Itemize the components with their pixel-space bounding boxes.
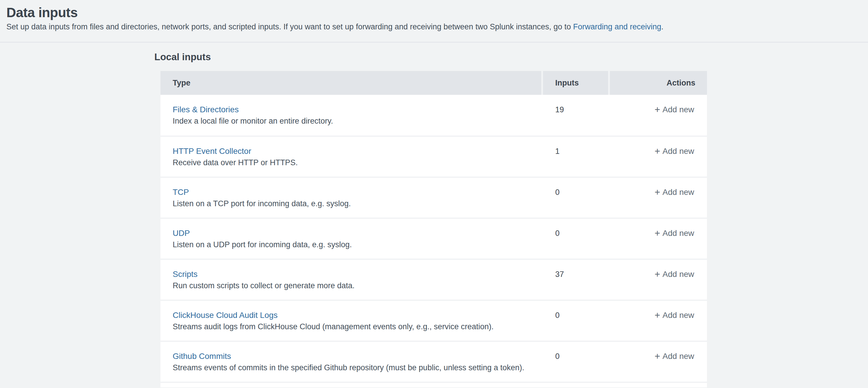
inputs-count: 0 xyxy=(543,300,610,341)
inputs-count: 1 xyxy=(543,137,610,177)
add-new-button[interactable]: +Add new xyxy=(655,146,694,156)
main-content: Local inputs Type Inputs Actions Files &… xyxy=(0,42,868,387)
column-header-actions: Actions xyxy=(610,71,707,95)
input-type-link[interactable]: ClickHouse Cloud Audit Logs xyxy=(173,310,278,320)
column-header-inputs: Inputs xyxy=(543,71,608,95)
add-new-label: Add new xyxy=(662,147,694,156)
table-body: Files & Directories Index a local file o… xyxy=(160,95,707,382)
inputs-count: 0 xyxy=(543,177,610,218)
actions-cell: +Add new xyxy=(610,177,707,218)
actions-cell: +Add new xyxy=(610,137,707,177)
plus-icon: + xyxy=(655,310,660,321)
type-cell: Files & Directories Index a local file o… xyxy=(160,95,543,136)
section-heading-local-inputs: Local inputs xyxy=(154,51,868,63)
input-type-link[interactable]: TCP xyxy=(173,187,189,197)
type-cell: HTTP Event Collector Receive data over H… xyxy=(160,137,543,177)
page-subtitle-text: Set up data inputs from files and direct… xyxy=(6,22,573,31)
add-new-label: Add new xyxy=(662,105,694,114)
type-cell: Github Commits Streams events of commits… xyxy=(160,341,543,382)
add-new-label: Add new xyxy=(662,352,694,361)
input-type-description: Index a local file or monitor an entire … xyxy=(173,116,543,126)
plus-icon: + xyxy=(655,187,660,198)
input-type-link[interactable]: UDP xyxy=(173,228,190,238)
table-row: TCP Listen on a TCP port for incoming da… xyxy=(160,177,707,218)
page-subtitle-period: . xyxy=(661,22,664,31)
add-new-label: Add new xyxy=(662,270,694,279)
type-cell: TCP Listen on a TCP port for incoming da… xyxy=(160,177,543,218)
table-row: Files & Directories Index a local file o… xyxy=(160,95,707,136)
input-type-description: Run custom scripts to collect or generat… xyxy=(173,281,543,290)
add-new-button[interactable]: +Add new xyxy=(655,310,694,320)
add-new-button[interactable]: +Add new xyxy=(655,228,694,238)
add-new-button[interactable]: +Add new xyxy=(655,351,694,361)
actions-cell: +Add new xyxy=(610,341,707,382)
input-type-description: Receive data over HTTP or HTTPS. xyxy=(173,158,543,167)
input-type-description: Listen on a UDP port for incoming data, … xyxy=(173,240,543,249)
input-type-description: Listen on a TCP port for incoming data, … xyxy=(173,199,543,208)
forwarding-and-receiving-link[interactable]: Forwarding and receiving xyxy=(573,22,661,31)
add-new-button[interactable]: +Add new xyxy=(655,104,694,115)
page-title: Data inputs xyxy=(6,5,861,20)
plus-icon: + xyxy=(655,269,660,279)
plus-icon: + xyxy=(655,351,660,361)
table-row: ClickHouse Cloud Audit Logs Streams audi… xyxy=(160,300,707,341)
input-type-link[interactable]: Github Commits xyxy=(173,351,231,361)
actions-cell: +Add new xyxy=(610,218,707,259)
page-header: Data inputs Set up data inputs from file… xyxy=(0,0,868,42)
inputs-count: 37 xyxy=(543,260,610,300)
table-row: HTTP Event Collector Receive data over H… xyxy=(160,136,707,177)
column-header-type: Type xyxy=(160,71,541,95)
table-row: Github Commits Streams events of commits… xyxy=(160,341,707,382)
type-cell: ClickHouse Cloud Audit Logs Streams audi… xyxy=(160,300,543,341)
actions-cell: +Add new xyxy=(610,300,707,341)
type-cell: UDP Listen on a UDP port for incoming da… xyxy=(160,218,543,259)
plus-icon: + xyxy=(655,104,660,115)
inputs-count: 19 xyxy=(543,95,610,136)
add-new-button[interactable]: +Add new xyxy=(655,187,694,197)
local-inputs-table: Type Inputs Actions Files & Directories … xyxy=(160,71,707,387)
input-type-link[interactable]: Scripts xyxy=(173,269,198,279)
input-type-link[interactable]: HTTP Event Collector xyxy=(173,146,251,156)
input-type-description: Streams events of commits in the specifi… xyxy=(173,363,543,372)
add-new-label: Add new xyxy=(662,229,694,238)
add-new-label: Add new xyxy=(662,188,694,197)
add-new-label: Add new xyxy=(662,310,694,320)
table-row: UDP Listen on a UDP port for incoming da… xyxy=(160,218,707,259)
add-new-button[interactable]: +Add new xyxy=(655,269,694,279)
type-cell: Scripts Run custom scripts to collect or… xyxy=(160,260,543,300)
plus-icon: + xyxy=(655,146,660,156)
actions-cell: +Add new xyxy=(610,95,707,136)
table-header-row: Type Inputs Actions xyxy=(160,71,707,95)
page-subtitle: Set up data inputs from files and direct… xyxy=(6,22,861,31)
plus-icon: + xyxy=(655,228,660,239)
actions-cell: +Add new xyxy=(610,260,707,300)
table-row: Scripts Run custom scripts to collect or… xyxy=(160,259,707,300)
inputs-count: 0 xyxy=(543,341,610,382)
inputs-count: 0 xyxy=(543,218,610,259)
input-type-link[interactable]: Files & Directories xyxy=(173,105,239,115)
input-type-description: Streams audit logs from ClickHouse Cloud… xyxy=(173,322,543,331)
table-row-partial xyxy=(160,382,707,387)
